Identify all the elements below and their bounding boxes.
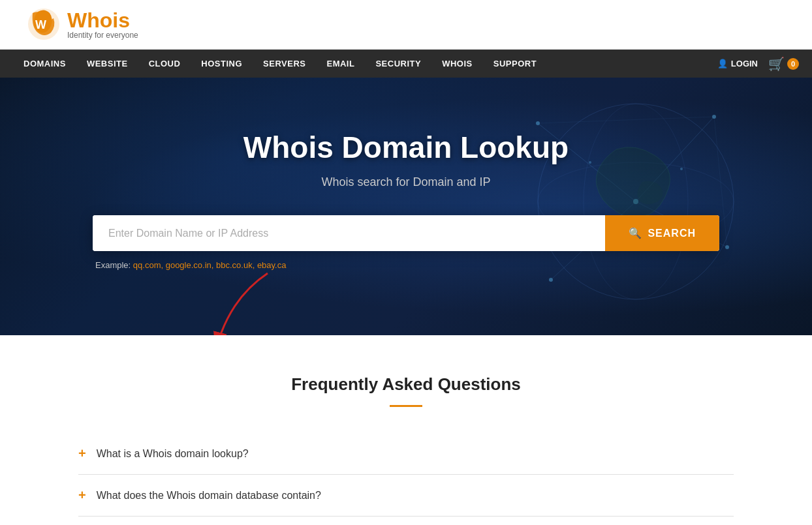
nav-item-website[interactable]: WEBSITE xyxy=(76,50,138,78)
search-example: Example: qq.com, google.co.in, bbc.co.uk… xyxy=(93,260,719,270)
nav-item-security[interactable]: SECURITY xyxy=(365,50,431,78)
logo-tagline: Identity for everyone xyxy=(67,31,138,40)
login-button[interactable]: 👤 LOGIN xyxy=(717,59,758,68)
faq-question-2[interactable]: What does the Whois domain database cont… xyxy=(97,490,321,502)
nav-item-domains[interactable]: DOMAINS xyxy=(13,50,76,78)
nav-right: 👤 LOGIN 🛒 0 xyxy=(717,56,799,72)
svg-point-13 xyxy=(725,245,729,249)
svg-point-14 xyxy=(549,278,553,282)
example-label: Example: xyxy=(95,260,131,270)
nav-item-cloud[interactable]: CLOUD xyxy=(138,50,191,78)
nav-left: DOMAINS WEBSITE CLOUD HOSTING SERVERS EM… xyxy=(13,50,547,78)
logo-text: Whois Identity for everyone xyxy=(67,10,138,40)
hero-content: Whois Domain Lookup Whois search for Dom… xyxy=(26,130,786,215)
search-box: 🔍 SEARCH xyxy=(93,215,719,251)
svg-point-11 xyxy=(536,121,540,125)
search-container: 🔍 SEARCH Example: qq.com, google.co.in, … xyxy=(93,215,719,270)
search-icon: 🔍 xyxy=(629,227,642,239)
cart-icon: 🛒 xyxy=(768,56,785,72)
faq-expand-icon-1[interactable]: + xyxy=(78,446,86,461)
faq-item-2[interactable]: + What does the Whois domain database co… xyxy=(78,475,734,517)
nav-item-hosting[interactable]: HOSTING xyxy=(191,50,253,78)
header: W Whois Identity for everyone xyxy=(0,0,812,50)
red-arrow-annotation xyxy=(183,267,287,335)
hero-subtitle: Whois search for Domain and IP xyxy=(26,175,786,189)
example-links: qq.com, google.co.in, bbc.co.uk, ebay.ca xyxy=(133,260,287,270)
svg-point-12 xyxy=(712,115,716,119)
faq-section: Frequently Asked Questions + What is a W… xyxy=(0,335,812,525)
faq-expand-icon-2[interactable]: + xyxy=(78,488,86,503)
user-icon: 👤 xyxy=(717,59,728,68)
hero-section: Whois Domain Lookup Whois search for Dom… xyxy=(0,78,812,335)
search-button-label: SEARCH xyxy=(648,228,696,239)
svg-line-9 xyxy=(538,117,714,123)
logo[interactable]: W Whois Identity for everyone xyxy=(26,7,138,42)
logo-whois-label: Whois xyxy=(67,10,138,31)
nav-item-email[interactable]: EMAIL xyxy=(316,50,365,78)
search-input[interactable] xyxy=(93,215,605,251)
logo-icon: W xyxy=(26,7,62,42)
cart-count-badge: 0 xyxy=(787,58,799,70)
login-label: LOGIN xyxy=(731,59,758,68)
nav-item-support[interactable]: SUPPORT xyxy=(483,50,547,78)
faq-item-1[interactable]: + What is a Whois domain lookup? xyxy=(78,433,734,475)
nav-item-servers[interactable]: SERVERS xyxy=(253,50,316,78)
hero-title: Whois Domain Lookup xyxy=(26,130,786,165)
navbar: DOMAINS WEBSITE CLOUD HOSTING SERVERS EM… xyxy=(0,50,812,78)
nav-item-whois[interactable]: WHOIS xyxy=(431,50,483,78)
faq-title: Frequently Asked Questions xyxy=(78,374,734,395)
svg-text:W: W xyxy=(35,18,46,31)
search-button[interactable]: 🔍 SEARCH xyxy=(605,215,719,251)
faq-question-1[interactable]: What is a Whois domain lookup? xyxy=(97,448,249,460)
faq-divider xyxy=(390,405,422,407)
cart-button[interactable]: 🛒 0 xyxy=(768,56,799,72)
